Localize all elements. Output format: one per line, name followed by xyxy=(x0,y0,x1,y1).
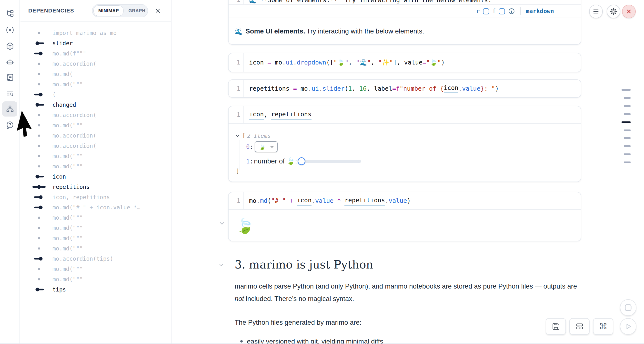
scroll-mark[interactable] xyxy=(624,137,630,139)
sidebar-item-help[interactable] xyxy=(6,121,14,129)
list-search-icon xyxy=(6,89,14,97)
minimap-row-label: mo.md(f""" xyxy=(52,48,86,59)
scroll-mark[interactable] xyxy=(624,145,630,147)
command-icon: ⌘ xyxy=(599,321,608,331)
collapse-chevron-icon[interactable] xyxy=(236,134,240,138)
scroll-mark[interactable] xyxy=(624,161,630,163)
sidebar-item-packages[interactable] xyxy=(6,42,14,50)
dropdown-select[interactable]: 🍃 xyxy=(255,141,278,152)
save-button[interactable] xyxy=(546,318,566,335)
section-collapse-chevron-icon[interactable] xyxy=(218,262,224,268)
code-line[interactable]: mo.md("# " + icon.value * repetitions.va… xyxy=(244,192,410,209)
info-icon[interactable] xyxy=(508,8,515,15)
panel-close-button[interactable] xyxy=(154,7,162,15)
run-button[interactable] xyxy=(620,318,636,335)
sidebar-item-outline[interactable] xyxy=(6,89,14,97)
view-tabs: MINIMAP GRAPH xyxy=(92,4,148,17)
minimap-row[interactable]: changed xyxy=(20,100,171,110)
layout-button[interactable] xyxy=(569,318,590,335)
sidebar-item-variables[interactable] xyxy=(6,26,14,34)
code-line[interactable]: repetitions = mo.ui.slider(1, 16, label=… xyxy=(244,80,499,97)
notebook-menu-button[interactable] xyxy=(589,5,603,18)
settings-button[interactable] xyxy=(607,5,620,18)
minimap-row[interactable]: mo.md(""" xyxy=(20,161,171,171)
sidebar-item-logs[interactable] xyxy=(6,73,14,82)
minimap-row-label: ( xyxy=(52,89,56,100)
language-label[interactable]: markdown xyxy=(526,8,554,15)
scroll-mark[interactable] xyxy=(622,89,630,91)
cell-tuple-output[interactable]: 1 icon, repetitions [ 2 Items 0: 🍃 1: nu… xyxy=(228,106,581,182)
minimap-row-label: repetitions xyxy=(52,182,90,192)
sidebar-item-ai-assistant[interactable] xyxy=(6,58,14,66)
shutdown-button[interactable] xyxy=(622,5,636,18)
robot-icon xyxy=(6,58,14,66)
r-toggle-label: r xyxy=(476,8,480,15)
dependency-marker-icon xyxy=(31,288,47,291)
cell-output: [ 2 Items 0: 🍃 1: number of 🍃: ] xyxy=(228,124,581,182)
minimap-row[interactable]: mo.md(""" xyxy=(20,233,171,243)
minimap-row[interactable]: ( xyxy=(20,89,171,100)
minimap-row[interactable]: mo.md( xyxy=(20,69,171,79)
scroll-mark[interactable] xyxy=(624,113,630,115)
minimap-row[interactable]: mo.md(""" xyxy=(20,223,171,233)
cell-editor[interactable]: 1 🌊 **Some UI elements.** Try interactin… xyxy=(228,0,581,5)
minimap-row[interactable]: mo.accordion( xyxy=(20,59,171,69)
minimap-row[interactable]: mo.md(""" xyxy=(20,213,171,223)
slider-knob[interactable] xyxy=(298,157,306,165)
minimap-row[interactable]: mo.md("# " + icon.value *… xyxy=(20,202,171,213)
dependency-marker-icon xyxy=(31,82,47,86)
code-line[interactable]: 🌊 **Some UI elements.** Try interacting … xyxy=(244,0,492,5)
stop-button[interactable] xyxy=(620,299,636,316)
bracket-close: ] xyxy=(236,168,239,175)
minimap-row-label: mo.md(""" xyxy=(52,120,83,130)
wave-emoji: 🌊 xyxy=(235,27,243,35)
scroll-mark[interactable] xyxy=(624,129,630,131)
tab-graph[interactable]: GRAPH xyxy=(124,6,150,16)
minimap-row[interactable]: mo.md(""" xyxy=(20,243,171,254)
minimap-row[interactable]: slider xyxy=(20,38,171,48)
minimap-row-label: mo.md(""" xyxy=(52,213,83,223)
cell-markdown-intro[interactable]: 1 🌊 **Some UI elements.** Try interactin… xyxy=(228,0,581,45)
scroll-mark[interactable] xyxy=(624,97,630,99)
minimap-row-label: icon, repetitions xyxy=(52,192,110,202)
sidebar-item-file-explorer[interactable] xyxy=(6,10,14,18)
minimap-row[interactable]: icon, repetitions xyxy=(20,192,171,202)
tab-minimap[interactable]: MINIMAP xyxy=(94,5,124,16)
minimap-row[interactable]: mo.accordion( xyxy=(20,110,171,120)
minimap-row[interactable]: mo.md(""" xyxy=(20,274,171,284)
slider-track[interactable] xyxy=(302,160,361,163)
minimap-row[interactable]: mo.md(""" xyxy=(20,151,171,161)
paragraph: marimo cells parse Python (and only Pyth… xyxy=(235,280,584,305)
code-line[interactable]: icon, repetitions xyxy=(244,106,312,123)
sidebar-item-dependency-graph[interactable] xyxy=(6,105,14,113)
cell-md-concat[interactable]: 1 mo.md("# " + icon.value * repetitions.… xyxy=(228,192,581,241)
minimap-row[interactable]: mo.md(""" xyxy=(20,120,171,130)
minimap-row[interactable]: mo.md(""" xyxy=(20,79,171,89)
cell-slider-code[interactable]: 1 repetitions = mo.ui.slider(1, 16, labe… xyxy=(228,79,581,98)
scroll-mark[interactable] xyxy=(624,153,630,155)
minimap-row[interactable]: mo.accordion(tips) xyxy=(20,254,171,264)
minimap-row-label: mo.accordion(tips) xyxy=(52,254,113,264)
items-count: 2 Items xyxy=(247,133,271,139)
minimap-row[interactable]: import marimo as mo xyxy=(20,28,171,38)
dependency-marker-icon xyxy=(31,62,47,66)
minimap-row[interactable]: mo.md(f""" xyxy=(20,48,171,59)
f-checkbox[interactable] xyxy=(499,8,505,15)
r-checkbox[interactable] xyxy=(483,8,489,15)
minimap-row[interactable]: mo.accordion( xyxy=(20,130,171,141)
keyboard-shortcuts-button[interactable]: ⌘ xyxy=(593,318,613,335)
minimap-row[interactable]: mo.md(""" xyxy=(20,264,171,274)
scroll-mark[interactable] xyxy=(622,121,630,123)
minimap-row[interactable]: repetitions xyxy=(20,182,171,192)
minimap-row[interactable]: mo.accordion( xyxy=(20,141,171,151)
leaf-emoji-output: 🍃 xyxy=(236,217,254,234)
minimap-row-label: mo.accordion( xyxy=(52,141,96,151)
minimap-row[interactable]: tips xyxy=(20,284,171,295)
scroll-mark[interactable] xyxy=(624,105,630,107)
cell-dropdown-code[interactable]: 1 icon = mo.ui.dropdown(["🍃", "🌊", "✨"],… xyxy=(228,53,581,72)
code-line[interactable]: icon = mo.ui.dropdown(["🍃", "🌊", "✨"], v… xyxy=(244,53,445,72)
cell-output: 🌊Some UI elements.Try interacting with t… xyxy=(228,18,581,44)
toolbar-divider xyxy=(520,7,520,15)
output-collapse-chevron-icon[interactable] xyxy=(219,220,225,227)
minimap-row[interactable]: icon xyxy=(20,171,171,182)
